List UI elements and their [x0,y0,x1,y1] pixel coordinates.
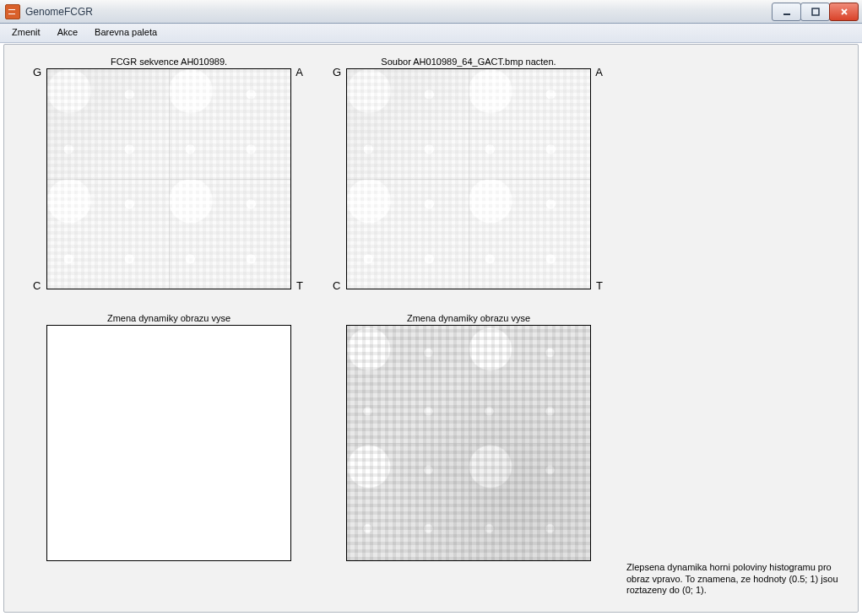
app-icon [5,4,20,19]
plot-dynamics-left: Zmena dynamiky obrazu vyse [46,325,291,561]
svg-rect-0 [783,14,790,15]
minimize-button[interactable] [772,3,801,21]
window-controls [773,3,859,21]
menu-akce[interactable]: Akce [49,24,86,42]
corner-label-g: G [333,67,341,78]
corner-label-a: A [295,67,303,78]
fcgr-image[interactable] [46,68,291,289]
corner-label-t: T [296,280,303,291]
client-area: FCGR sekvence AH010989. G A C T Soubor A… [3,44,859,613]
menu-label: Akce [57,27,78,37]
plot-dynamics-right: Zmena dynamiky obrazu vyse [346,325,591,561]
fcgr-image[interactable] [346,68,591,289]
menu-paleta[interactable]: Barevna paleta [86,24,165,42]
plot-fcgr-file: Soubor AH010989_64_GACT.bmp nacten. G A … [346,68,591,289]
dynamics-image-blank[interactable] [46,325,291,561]
corner-label-t: T [596,280,603,291]
dynamics-image[interactable] [346,325,591,561]
app-window: GenomeFCGR Zmenit Akce Barevna paleta FC… [0,0,862,616]
corner-label-c: C [33,280,41,291]
plot-fcgr-sequence: FCGR sekvence AH010989. G A C T [46,68,291,289]
status-text: Zlepsena dynamika horni poloviny histogr… [626,562,846,597]
close-button[interactable] [829,3,859,21]
svg-rect-1 [812,8,819,15]
corner-label-c: C [333,280,340,291]
plot-title: Soubor AH010989_64_GACT.bmp nacten. [346,57,591,67]
plot-title: Zmena dynamiky obrazu vyse [346,313,591,323]
maximize-button[interactable] [800,3,830,21]
plot-title: Zmena dynamiky obrazu vyse [46,313,291,323]
title-bar[interactable]: GenomeFCGR [0,0,862,24]
corner-label-g: G [33,67,41,78]
menu-zmenit[interactable]: Zmenit [3,24,49,42]
plot-title: FCGR sekvence AH010989. [46,57,291,67]
window-title: GenomeFCGR [25,6,773,18]
menu-label: Barevna paleta [95,27,157,37]
menu-label: Zmenit [12,27,41,37]
corner-label-a: A [595,67,603,78]
menu-bar: Zmenit Akce Barevna paleta [0,24,862,43]
